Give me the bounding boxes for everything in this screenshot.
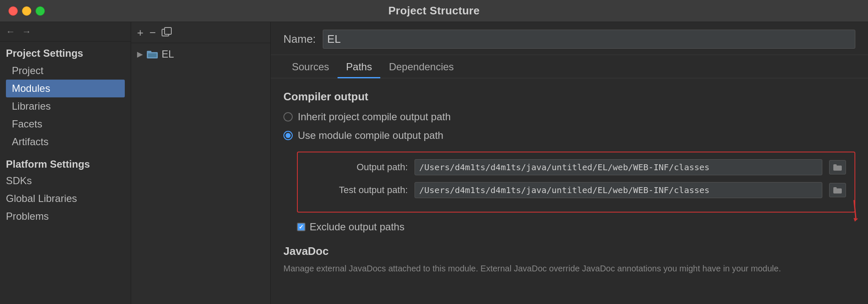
javadoc-description: Manage external JavaDocs attached to thi…	[283, 262, 855, 275]
radio-row-use-module[interactable]: Use module compile output path	[283, 130, 855, 141]
back-arrow[interactable]: ←	[6, 26, 15, 37]
traffic-lights	[8, 6, 45, 16]
remove-module-button[interactable]: −	[149, 27, 156, 38]
output-path-label: Output path:	[306, 162, 408, 173]
sidebar-item-global-libraries[interactable]: Global Libraries	[0, 190, 131, 207]
svg-rect-8	[833, 187, 837, 189]
svg-rect-1	[165, 28, 171, 34]
compiler-output-title: Compiler output	[283, 90, 855, 103]
radio-use-module[interactable]	[283, 131, 293, 140]
exclude-output-row[interactable]: Exclude output paths	[297, 221, 855, 233]
svg-rect-6	[833, 164, 837, 166]
output-path-folder-button[interactable]	[829, 160, 846, 174]
sidebar: ← → Project Settings Project Modules Lib…	[0, 22, 131, 304]
tab-sources[interactable]: Sources	[283, 55, 338, 78]
window-title: Project Structure	[388, 4, 480, 17]
forward-arrow[interactable]: →	[22, 26, 31, 37]
test-output-path-row: Test output path:	[306, 182, 846, 198]
test-output-path-input[interactable]	[415, 182, 822, 198]
maximize-button[interactable]	[36, 6, 45, 16]
content-body: Compiler output Inherit project compile …	[271, 78, 868, 304]
tabs-bar: Sources Paths Dependencies	[271, 55, 868, 78]
module-name-input[interactable]	[323, 30, 855, 49]
module-toolbar: + −	[131, 22, 270, 43]
module-list: ▶ EL	[131, 43, 270, 65]
arrow-icon	[843, 197, 868, 224]
module-folder-icon	[146, 50, 158, 59]
titlebar: Project Structure	[0, 0, 868, 22]
copy-module-button[interactable]	[162, 27, 173, 38]
platform-settings-heading: Platform Settings	[0, 153, 131, 172]
add-module-button[interactable]: +	[137, 27, 143, 38]
radio-inherit[interactable]	[283, 112, 293, 122]
tab-dependencies[interactable]: Dependencies	[380, 55, 462, 78]
exclude-checkbox[interactable]	[297, 223, 305, 231]
folder-icon	[833, 163, 842, 171]
svg-rect-4	[148, 53, 157, 57]
svg-line-9	[847, 200, 863, 218]
test-output-path-label: Test output path:	[306, 185, 408, 196]
chevron-right-icon: ▶	[137, 50, 143, 59]
module-name-el: EL	[162, 48, 174, 60]
svg-rect-3	[147, 51, 151, 53]
radio-group: Inherit project compile output path Use …	[283, 111, 855, 141]
sidebar-item-facets[interactable]: Facets	[6, 115, 125, 133]
content-area: Name: Sources Paths Dependencies Compile…	[271, 22, 868, 304]
project-settings-section: Project Settings Project Modules Librari…	[0, 41, 131, 153]
radio-use-module-label: Use module compile output path	[298, 130, 443, 141]
module-panel: + − ▶ EL	[131, 22, 271, 304]
test-output-path-folder-button[interactable]	[829, 183, 846, 197]
project-settings-heading: Project Settings	[6, 47, 125, 59]
close-button[interactable]	[8, 6, 18, 16]
main-layout: ← → Project Settings Project Modules Lib…	[0, 22, 868, 304]
sidebar-item-modules[interactable]: Modules	[6, 80, 125, 97]
name-label: Name:	[283, 33, 316, 46]
javadoc-title: JavaDoc	[283, 245, 855, 258]
radio-inherit-label: Inherit project compile output path	[298, 111, 451, 123]
copy-icon	[162, 27, 173, 36]
output-path-input[interactable]	[415, 159, 822, 175]
name-row: Name:	[271, 22, 868, 55]
radio-row-inherit[interactable]: Inherit project compile output path	[283, 111, 855, 123]
sidebar-nav: ← →	[0, 22, 131, 41]
sidebar-item-problems[interactable]: Problems	[0, 207, 131, 225]
tab-paths[interactable]: Paths	[338, 55, 380, 78]
folder-icon-2	[833, 186, 842, 194]
minimize-button[interactable]	[22, 6, 31, 16]
output-paths-box: Output path: Test output path:	[297, 152, 855, 213]
module-item-el[interactable]: ▶ EL	[131, 46, 270, 63]
output-path-row: Output path:	[306, 159, 846, 175]
sidebar-item-libraries[interactable]: Libraries	[6, 97, 125, 115]
sidebar-item-sdks[interactable]: SDKs	[0, 172, 131, 190]
exclude-checkbox-label: Exclude output paths	[310, 221, 404, 233]
sidebar-item-artifacts[interactable]: Artifacts	[6, 133, 125, 151]
sidebar-item-project[interactable]: Project	[6, 62, 125, 80]
